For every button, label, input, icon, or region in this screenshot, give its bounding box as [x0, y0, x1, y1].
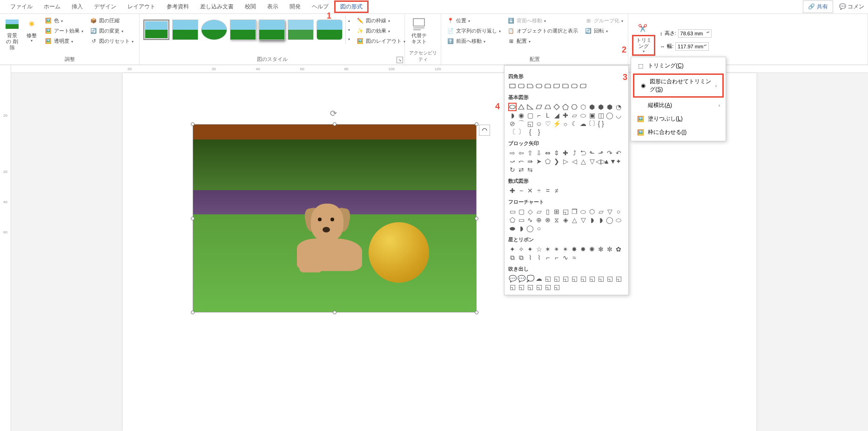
shape-heart[interactable]: ♡ [544, 119, 552, 128]
crop-menu-crop-to-shape[interactable]: ◉ 図形に合わせてトリミング(S) › [633, 73, 724, 98]
callout-accent-1[interactable]: ◱ [579, 274, 587, 283]
fc-process[interactable]: ▭ [508, 207, 517, 216]
arrow-curved-up[interactable]: ⤻ [508, 157, 517, 166]
ribbon-hscroll[interactable]: ⌐ [552, 253, 561, 262]
shape-smiley[interactable]: ☺ [535, 119, 543, 128]
ribbon-double-wave[interactable]: ≈ [570, 253, 579, 262]
style-thumb-1[interactable] [143, 20, 169, 40]
callout-misc-2[interactable]: ◱ [544, 283, 552, 291]
shape-right-brace[interactable]: } [535, 128, 543, 136]
star-10[interactable]: ✸ [570, 245, 579, 253]
shape-hexagon[interactable] [570, 103, 579, 111]
arrow-misc-1[interactable]: ⇄ [517, 166, 525, 174]
star-12[interactable]: ✹ [579, 245, 587, 253]
shape-bevel[interactable]: ◫ [597, 111, 605, 119]
arrow-leftup[interactable]: ⬑ [588, 149, 596, 157]
shape-donut[interactable]: ◯ [606, 111, 614, 119]
fc-multidoc[interactable]: ❐ [570, 207, 579, 216]
fc-junction[interactable]: ⊕ [535, 216, 543, 224]
style-thumb-4[interactable] [230, 20, 256, 40]
arrow-quad[interactable]: ✚ [561, 149, 570, 157]
shape-lightning[interactable]: ⚡ [552, 119, 561, 128]
fc-merge[interactable]: ▽ [579, 216, 587, 224]
fc-card[interactable]: ▭ [517, 216, 525, 224]
arrow-curved-down[interactable]: ⤺ [517, 157, 525, 166]
eq-notequal[interactable]: ≠ [552, 186, 561, 195]
shape-cube[interactable]: ▣ [588, 111, 596, 119]
shape-half-frame[interactable]: ⌐ [535, 111, 543, 119]
share-button[interactable]: 🔗 共有 [803, 0, 833, 13]
callout-line-3[interactable]: ◱ [561, 274, 570, 283]
bring-forward-button[interactable]: ⬆️前面へ移動 [445, 36, 503, 46]
fc-stored-data[interactable]: ◗ [588, 216, 596, 224]
shape-double-bracket[interactable]: 〔〕 [588, 119, 596, 128]
tab-layout[interactable]: レイアウト [122, 0, 161, 13]
width-input[interactable]: 117.97 mm▴▾ [675, 42, 709, 51]
picture-effects-button[interactable]: ✨図の効果 [355, 26, 407, 35]
shape-dodecagon[interactable]: ⬢ [606, 103, 614, 111]
fc-document[interactable]: ◱ [561, 207, 570, 216]
arrow-callout-ud[interactable]: ▲▼ [606, 157, 614, 166]
style-thumb-6[interactable] [288, 20, 314, 40]
resize-handle-tr[interactable] [475, 122, 478, 126]
shape-heptagon[interactable]: ⬡ [579, 103, 587, 111]
shape-pie[interactable]: ◔ [614, 103, 623, 111]
crop-menu-fill[interactable]: 🖼️ 塗りつぶし(L) [631, 112, 726, 126]
shape-plaque[interactable]: ▱ [570, 111, 579, 119]
fc-decision[interactable]: ◇ [526, 207, 534, 216]
remove-background-button[interactable]: 背景の 削除 [4, 16, 20, 52]
crop-menu-fit[interactable]: 🖼️ 枠に合わせる(I) [631, 126, 726, 139]
shape-no-symbol[interactable]: ⊘ [508, 119, 517, 128]
arrow-updown[interactable]: ⇕ [552, 149, 561, 157]
callout-border-4[interactable]: ◱ [526, 283, 534, 291]
fc-misc-1[interactable]: ◯ [526, 224, 534, 232]
star-8[interactable]: ✴ [561, 245, 570, 253]
shape-l[interactable]: L [544, 111, 552, 119]
shape-round-diag[interactable] [579, 82, 587, 90]
shape-octagon[interactable]: ⬢ [588, 103, 596, 111]
ribbon-1[interactable]: ⧉ [508, 253, 517, 262]
star-explosion2[interactable]: ✧ [517, 245, 525, 253]
fc-manual-input[interactable]: ▱ [597, 207, 605, 216]
callout-rounded[interactable]: 💬 [517, 274, 525, 283]
fc-extract[interactable]: △ [570, 216, 579, 224]
picture-border-button[interactable]: ✏️図の枠線 [355, 16, 407, 25]
fc-display[interactable]: ◗ [517, 224, 525, 232]
arrow-uturn[interactable]: ⮌ [579, 149, 587, 157]
shape-snip-4[interactable] [552, 82, 561, 90]
shape-block-arc[interactable]: ◡ [614, 111, 623, 119]
shape-left-brace[interactable]: { [526, 128, 534, 136]
callout-line-1[interactable]: ◱ [544, 274, 552, 283]
callout-misc-3[interactable]: ◱ [552, 283, 561, 291]
fc-or[interactable]: ⊗ [544, 216, 552, 224]
callout-accent-4[interactable]: ◱ [606, 274, 614, 283]
comment-button[interactable]: 💬 コメン [835, 1, 868, 13]
arrow-bent[interactable]: ⤴ [570, 149, 579, 157]
arrow-callout-d[interactable]: ▽ [588, 157, 596, 166]
style-thumb-7[interactable] [316, 20, 343, 40]
tab-home[interactable]: ホーム [38, 0, 66, 13]
star-seal[interactable]: ✿ [614, 245, 623, 253]
rotate-handle[interactable]: ⟳ [330, 108, 339, 118]
callout-accent-2[interactable]: ◱ [588, 274, 596, 283]
fc-manual-op[interactable]: ▽ [606, 207, 614, 216]
color-button[interactable]: 🖼️色 [43, 16, 85, 25]
eq-divide[interactable]: ÷ [535, 186, 543, 195]
tab-file[interactable]: ファイル [5, 0, 38, 13]
eq-minus[interactable]: − [517, 186, 525, 195]
shape-plus[interactable]: ✚ [561, 111, 570, 119]
eq-plus[interactable]: ✚ [508, 186, 517, 195]
callout-cloud[interactable]: ☁ [535, 274, 543, 283]
corrections-button[interactable]: ☀️ 修整 [23, 16, 40, 44]
tab-design[interactable]: デザイン [88, 0, 122, 13]
tab-developer[interactable]: 開発 [284, 0, 306, 13]
crop-button[interactable]: トリミング [632, 35, 655, 56]
arrow-right[interactable]: ⇨ [508, 149, 517, 157]
send-backward-button[interactable]: ⬇️背面へ移動 [505, 16, 580, 25]
change-picture-button[interactable]: 🔄図の変更 [88, 26, 135, 35]
fc-predefined[interactable]: ▯ [544, 207, 552, 216]
shape-trapezoid[interactable] [544, 103, 552, 111]
fc-seq-access[interactable]: ◯ [606, 216, 614, 224]
compress-pictures-button[interactable]: 📦図の圧縮 [88, 16, 135, 25]
transparency-button[interactable]: 🖼️透明度 [43, 36, 85, 46]
